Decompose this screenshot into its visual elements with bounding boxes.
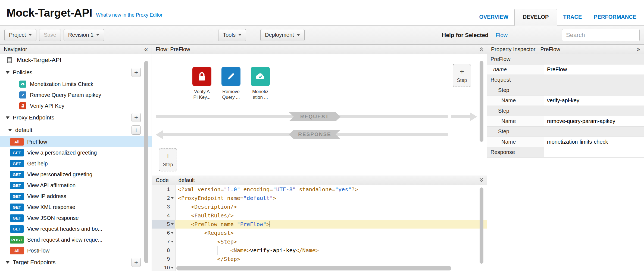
expand-inspector-icon[interactable]: » (637, 46, 640, 53)
code-line-8[interactable]: 8 <Name>verify-api-key</Name> (152, 246, 487, 255)
flow-scrollbar[interactable] (480, 61, 483, 142)
save-button[interactable]: Save (39, 29, 61, 41)
app-header: Mock-Target-API What's new in the Proxy … (0, 0, 644, 26)
code-vertical-scrollbar[interactable] (480, 187, 483, 264)
nav-flow-label: Get help (27, 161, 48, 167)
nav-flow-preflow[interactable]: AllPreFlow (0, 136, 152, 147)
nav-flow-view-request-headers-and-bo[interactable]: GETView request headers and bo... (0, 223, 152, 234)
tab-overview[interactable]: OVERVIEW (473, 8, 514, 26)
default-endpoint[interactable]: default+ (0, 124, 152, 136)
nav-flow-get-help[interactable]: GETGet help (0, 158, 152, 169)
add-policies-section-button[interactable]: + (132, 68, 141, 77)
fold-icon[interactable] (170, 197, 175, 199)
add-step-button-request[interactable]: + Step (453, 64, 471, 87)
tab-develop[interactable]: DEVELOP (514, 9, 557, 26)
flow-policy-edit-icon[interactable] (221, 67, 240, 86)
code-line-2[interactable]: 2<ProxyEndpoint name="default"> (152, 194, 487, 202)
add-proxy-endpoints-section-button[interactable]: + (132, 113, 141, 122)
nav-policy-label: Monetization Limits Check (30, 81, 93, 87)
nav-policy-monetization-limits-check[interactable]: Monetization Limits Check (0, 79, 152, 90)
project-button[interactable]: Project (4, 29, 36, 41)
proxy-endpoints-section-label: Proxy Endpoints (13, 114, 54, 121)
fold-icon[interactable] (170, 241, 175, 242)
revision-button[interactable]: Revision 1 (64, 29, 104, 41)
method-badge: GET (10, 182, 24, 189)
collapse-navigator-icon[interactable]: « (144, 46, 148, 53)
nav-flow-view-ip-address[interactable]: GETView IP address (0, 191, 152, 202)
nav-flow-send-request-and-view-reque[interactable]: POSTSend request and view reque... (0, 234, 152, 245)
method-badge: GET (10, 160, 24, 167)
inspector-row: Nameremove-query-param-apikey (487, 116, 644, 127)
flow-policy-lock-icon[interactable] (192, 67, 211, 86)
flow-policy-label: Monetization ... (245, 89, 275, 100)
nav-flow-label: View personalized greeting (27, 171, 92, 178)
inspector-row: Step (487, 85, 644, 96)
navigator-title: Navigator (4, 46, 27, 53)
inspector-row: Response (487, 147, 644, 158)
nav-flow-label: PreFlow (27, 139, 47, 145)
fold-icon[interactable] (170, 232, 175, 234)
whats-new-link[interactable]: What's new in the Proxy Editor (96, 12, 162, 18)
policies-section[interactable]: Policies+ (0, 66, 152, 79)
nav-flow-postflow[interactable]: AllPostFlow (0, 245, 152, 256)
inspector-key: name (487, 64, 544, 75)
inspector-value[interactable]: PreFlow (544, 64, 644, 75)
nav-policy-remove-query-param-apikey[interactable]: Remove Query Param apikey (0, 90, 152, 100)
add-target-endpoints-section-button[interactable]: + (132, 258, 141, 267)
method-badge: POST (10, 236, 24, 244)
code-line-5[interactable]: 5 <PreFlow name="PreFlow"> (152, 220, 487, 229)
tab-trace[interactable]: TRACE (557, 8, 588, 26)
collapse-code-icon[interactable] (480, 178, 483, 182)
inspector-value[interactable]: remove-query-param-apikey (544, 116, 644, 126)
scrollbar-thumb[interactable] (176, 266, 451, 270)
code-line-6[interactable]: 6 <Request> (152, 229, 487, 237)
target-endpoints-section[interactable]: Target Endpoints+ (0, 256, 152, 269)
help-flow-link[interactable]: Flow (496, 32, 508, 38)
inspector-section-step: Step (487, 85, 644, 95)
nav-flow-view-personalized-greeting[interactable]: GETView personalized greeting (0, 169, 152, 180)
api-proxy-icon (6, 57, 13, 64)
code-panel-subtitle: default (179, 177, 195, 183)
method-badge: GET (10, 193, 24, 200)
code-line-4[interactable]: 4 <FaultRules/> (152, 211, 487, 220)
nav-flow-view-api-affirmation[interactable]: GETView API affirmation (0, 180, 152, 191)
collapse-flow-icon[interactable] (480, 47, 483, 51)
flow-panel-header: Flow: PreFlow (152, 45, 487, 54)
nav-flow-view-a-personalized-greeting[interactable]: GETView a personalized greeting (0, 147, 152, 158)
inspector-value[interactable]: monetization-limits-check (544, 137, 644, 147)
code-editor[interactable]: 1<?xml version="1.0" encoding="UTF-8" st… (152, 185, 487, 271)
title-wrap: Mock-Target-API What's new in the Proxy … (7, 6, 162, 19)
fold-icon[interactable] (170, 223, 175, 225)
method-badge: GET (10, 171, 24, 178)
proxy-endpoints-section[interactable]: Proxy Endpoints+ (0, 111, 152, 124)
lock-icon (20, 103, 25, 108)
help-for-selected-label: Help for Selected (442, 32, 489, 38)
search-input[interactable] (562, 29, 640, 41)
inspector-value[interactable]: verify-api-key (544, 96, 644, 106)
nav-policy-verify-api-key[interactable]: Verify API Key (0, 100, 152, 111)
add-default-endpoint-button[interactable]: + (132, 125, 141, 135)
nav-flow-label: Send request and view reque... (27, 237, 102, 243)
code-line-7[interactable]: 7 <Step> (152, 237, 487, 246)
nav-root-item[interactable]: Mock-Target-API (0, 54, 152, 66)
nav-flow-view-json-response[interactable]: GETView JSON response (0, 213, 152, 223)
monetization-icon (254, 70, 266, 82)
flow-policy-monetization-icon[interactable] (251, 67, 270, 86)
navigator-scrollbar[interactable] (144, 61, 148, 263)
inspector-subtitle: PreFlow (540, 46, 560, 53)
fold-icon[interactable] (170, 267, 175, 269)
inspector-key: Name (487, 137, 544, 147)
deployment-button[interactable]: Deployment (260, 29, 305, 41)
tab-performance[interactable]: PERFORMANCE (588, 8, 642, 26)
navigator-tree: Mock-Target-APIPolicies+Monetization Lim… (0, 54, 152, 271)
add-step-button-response[interactable]: + Step (159, 148, 177, 171)
code-line-3[interactable]: 3 <Description/> (152, 202, 487, 211)
monetization-icon (20, 82, 25, 87)
tools-button[interactable]: Tools (218, 29, 246, 41)
nav-flow-view-xml-response[interactable]: GETView XML response (0, 202, 152, 213)
code-line-9[interactable]: 9 </Step> (152, 255, 487, 263)
flow-canvas: + Step REQUEST RESPONSE + Step Verify AP… (152, 54, 487, 175)
code-horizontal-scrollbar[interactable] (176, 266, 478, 270)
code-line-1[interactable]: 1<?xml version="1.0" encoding="UTF-8" st… (152, 185, 487, 194)
response-arrowhead-icon (156, 130, 163, 139)
